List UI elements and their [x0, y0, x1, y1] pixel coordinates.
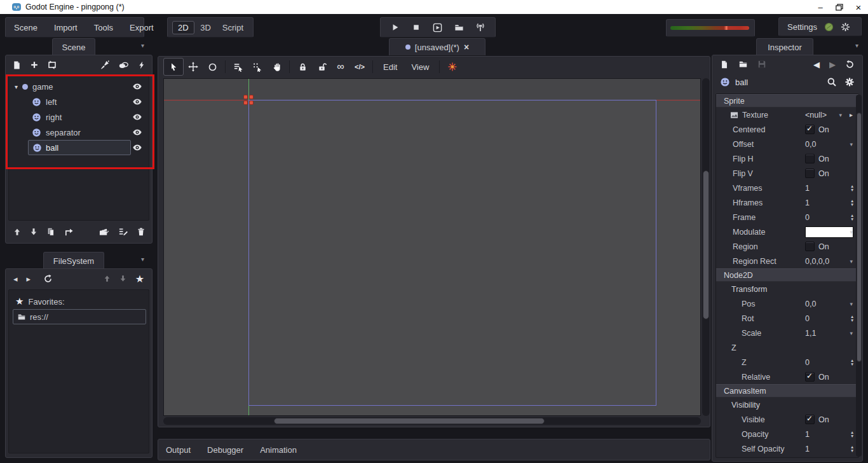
- list-select-button[interactable]: [229, 59, 248, 75]
- property-row-region-rect[interactable]: Region Rect 0,0,0,0 ▾: [716, 254, 858, 268]
- inspector-scrollbar-thumb[interactable]: [857, 113, 862, 362]
- lock-object-button[interactable]: [293, 59, 312, 75]
- spinner-icon[interactable]: ▴▾: [851, 214, 853, 221]
- rotate-tool-button[interactable]: [203, 59, 222, 75]
- mode-tab-script[interactable]: Script: [217, 22, 248, 34]
- edit-history-button[interactable]: [845, 60, 855, 69]
- add-node-button[interactable]: [30, 60, 39, 69]
- checkbox[interactable]: [805, 125, 815, 134]
- move-node-down-button[interactable]: [30, 228, 37, 236]
- resource-arrow-icon[interactable]: ▸: [850, 111, 853, 118]
- property-row-flip-v[interactable]: Flip V On: [716, 166, 858, 181]
- tab-scene-dock[interactable]: Scene: [52, 38, 95, 55]
- spinner-icon[interactable]: ▴▾: [851, 199, 853, 207]
- property-row-visible[interactable]: Visible On: [716, 412, 858, 427]
- mode-tab-2d[interactable]: 2D: [172, 21, 194, 34]
- dropdown-icon[interactable]: ▾: [850, 258, 853, 265]
- fs-back-button[interactable]: ◂: [13, 274, 18, 284]
- menu-import[interactable]: Import: [46, 18, 86, 37]
- unlock-object-button[interactable]: [312, 59, 331, 75]
- property-row-z[interactable]: Z 0 ▴▾: [716, 355, 858, 370]
- property-row-region[interactable]: Region On: [716, 239, 858, 254]
- select-tool-button[interactable]: [163, 58, 184, 76]
- dropdown-icon[interactable]: ▾: [850, 301, 853, 307]
- visibility-eye-icon[interactable]: [132, 112, 142, 122]
- move-node-up-button[interactable]: [13, 228, 21, 236]
- mode-tab-3d[interactable]: 3D: [195, 22, 216, 34]
- menu-tools[interactable]: Tools: [86, 18, 121, 37]
- fs-favorite-toggle-icon[interactable]: ★: [135, 273, 144, 285]
- tree-node-ball-selected[interactable]: ball: [9, 140, 149, 155]
- play-button[interactable]: [386, 20, 404, 35]
- edit-node-groups-button[interactable]: [118, 227, 128, 237]
- property-row-rot[interactable]: Rot 0 ▴▾: [716, 311, 858, 326]
- instance-scene-button[interactable]: [47, 60, 57, 70]
- reparent-node-button[interactable]: [64, 227, 74, 237]
- scene-dock-menu-arrow-icon[interactable]: ▾: [141, 42, 144, 49]
- edit-menu[interactable]: Edit: [376, 62, 404, 72]
- inspector-gear-icon[interactable]: [844, 77, 855, 87]
- move-tool-button[interactable]: [184, 59, 203, 75]
- property-row-frame[interactable]: Frame 0 ▴▾: [716, 210, 858, 225]
- checkbox[interactable]: [805, 169, 815, 178]
- property-row-flip-h[interactable]: Flip H On: [716, 151, 858, 166]
- spinner-icon[interactable]: ▴▾: [851, 431, 853, 438]
- tree-node-separator[interactable]: separator: [9, 125, 149, 140]
- filesystem-dock-menu-arrow-icon[interactable]: ▾: [141, 256, 144, 263]
- visibility-eye-icon[interactable]: [132, 97, 142, 107]
- spinner-icon[interactable]: ▴▾: [851, 445, 853, 453]
- 2d-viewport-canvas[interactable]: [163, 78, 701, 416]
- group-children-button[interactable]: ∞: [331, 59, 350, 75]
- fs-forward-button[interactable]: ▸: [27, 274, 31, 284]
- play-custom-scene-button[interactable]: [451, 20, 468, 35]
- inspector-scrollbar[interactable]: [856, 95, 862, 457]
- new-scene-button[interactable]: [12, 60, 22, 70]
- selected-folder-box[interactable]: res://: [13, 309, 146, 324]
- spinner-icon[interactable]: ▴▾: [851, 359, 853, 366]
- tab-unsaved-scene[interactable]: [unsaved](*) ×: [389, 38, 485, 55]
- dropdown-icon[interactable]: ▾: [850, 330, 853, 336]
- tab-inspector-dock[interactable]: Inspector: [756, 38, 813, 55]
- pan-tool-button[interactable]: [267, 59, 286, 75]
- visibility-eye-icon[interactable]: [132, 81, 142, 92]
- checkbox[interactable]: [805, 372, 815, 382]
- selected-node-box[interactable]: ball: [28, 140, 131, 155]
- ungroup-children-button[interactable]: </>: [350, 59, 369, 75]
- fs-item-res-root[interactable]: res://: [9, 309, 149, 324]
- search-properties-icon[interactable]: [827, 77, 837, 87]
- h-scrollbar-thumb[interactable]: [274, 418, 545, 424]
- minimize-button[interactable]: –: [811, 0, 830, 14]
- view-menu[interactable]: View: [404, 62, 436, 72]
- multi-node-edit-button[interactable]: [98, 227, 109, 237]
- property-row-hframes[interactable]: Hframes 1 ▴▾: [716, 195, 858, 210]
- checkbox[interactable]: [805, 415, 815, 424]
- v-scrollbar-thumb[interactable]: [703, 170, 709, 319]
- attach-script-button[interactable]: [137, 60, 146, 70]
- collapse-caret-icon[interactable]: ▾: [15, 83, 18, 90]
- tree-node-game[interactable]: ▾ game: [9, 79, 149, 94]
- bottom-tab-output[interactable]: Output: [166, 445, 191, 455]
- fs-move-up-button[interactable]: [104, 275, 111, 282]
- property-row-centered[interactable]: Centered On: [716, 122, 858, 137]
- tree-node-right[interactable]: right: [9, 109, 149, 125]
- close-button[interactable]: ×: [849, 0, 868, 14]
- stop-button[interactable]: [407, 20, 425, 35]
- fs-rescan-button[interactable]: [43, 274, 53, 284]
- tab-filesystem-dock[interactable]: FileSystem: [43, 252, 104, 269]
- property-row-behind-parent[interactable]: Behind Parent On: [716, 456, 858, 458]
- skeleton-options-icon[interactable]: [443, 59, 462, 75]
- bottom-tab-debugger[interactable]: Debugger: [207, 445, 243, 455]
- property-row-self-opacity[interactable]: Self Opacity 1 ▴▾: [716, 441, 858, 456]
- dropdown-icon[interactable]: ▾: [850, 141, 853, 148]
- save-resource-button[interactable]: [757, 60, 766, 69]
- section-header-canvasitem[interactable]: CanvasItem: [716, 384, 858, 397]
- tab-close-icon[interactable]: ×: [464, 42, 469, 52]
- property-row-opacity[interactable]: Opacity 1 ▴▾: [716, 427, 858, 441]
- property-row-offset[interactable]: Offset 0,0 ▾: [716, 137, 858, 151]
- spinner-icon[interactable]: ▴▾: [851, 315, 853, 322]
- checkbox[interactable]: [805, 242, 815, 251]
- property-row-vframes[interactable]: Vframes 1 ▴▾: [716, 181, 858, 195]
- menu-scene[interactable]: Scene: [6, 18, 46, 37]
- selection-handles-marker[interactable]: [243, 95, 254, 106]
- edit-groups-button[interactable]: [118, 60, 129, 70]
